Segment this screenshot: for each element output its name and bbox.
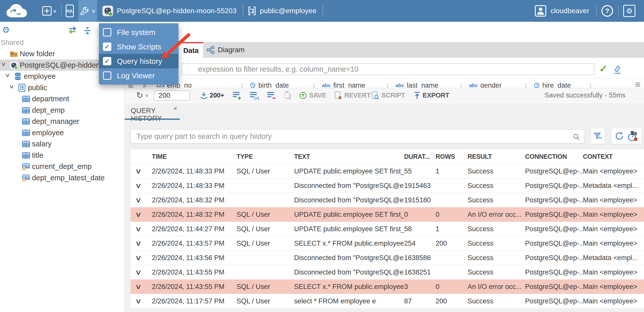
query-history-row[interactable]: ∨2/26/2024, 11:48:32 PMSQL / UserUPDATE … — [131, 207, 644, 222]
cell-type: SQL / User — [237, 225, 294, 233]
collapse-all-icon[interactable] — [83, 26, 92, 35]
duplicate-row-button[interactable]: (+) — [249, 88, 259, 103]
query-history-row[interactable]: ∨2/26/2024, 11:48:33 PMSQL / UserUPDATE … — [131, 164, 644, 178]
export-button[interactable]: EXPORT — [414, 88, 449, 103]
expand-chevron-icon[interactable]: ∨ — [131, 182, 156, 190]
expand-chevron-icon[interactable]: ∨ — [131, 268, 156, 276]
query-history-row[interactable]: ∨2/26/2024, 11:43:57 PMSQL / UserSELECT … — [131, 236, 644, 250]
cloudbeaver-logo[interactable] — [5, 3, 28, 18]
save-button[interactable]: SAVE — [299, 88, 326, 103]
add-row-button[interactable] — [232, 88, 242, 103]
tree-item-dept-emp-latest-date[interactable]: dept_emp_latest_date — [0, 172, 124, 184]
tree-item-current-dept-emp[interactable]: current_dept_emp — [0, 161, 124, 172]
sort-icon[interactable]: ↕ — [386, 82, 389, 88]
tree-item-salary[interactable]: salary — [0, 138, 124, 150]
apply-filter-check-icon[interactable]: ✓ — [599, 63, 608, 74]
dropdown-item-show-scripts[interactable]: ✓Show Scripts — [99, 40, 178, 54]
sort-icon[interactable]: ↕ — [460, 82, 463, 88]
chevron-down-icon[interactable]: ∨ — [1, 61, 6, 67]
query-history-tab[interactable]: QUERY HISTORY × — [125, 103, 180, 120]
navigator-settings-gear-icon[interactable]: ⚙ — [2, 25, 10, 35]
tree-item-department[interactable]: department — [0, 93, 124, 105]
user-menu[interactable]: cloudbeaver — [532, 0, 592, 22]
column-header-text[interactable]: TEXT — [294, 153, 404, 160]
checkbox-checked[interactable]: ✓ — [103, 43, 111, 51]
expand-chevron-icon[interactable]: ∨ — [131, 225, 156, 233]
dropdown-item-query-history[interactable]: ✓Query history — [99, 54, 178, 68]
query-history-row[interactable]: ∨2/26/2024, 11:43:55 PMDisconnected from… — [131, 265, 644, 279]
grid-column-gender[interactable]: abcgender↕ — [466, 78, 530, 88]
script-button[interactable]: SCRIPT — [371, 88, 405, 103]
checkbox-unchecked[interactable] — [103, 28, 111, 36]
fetch-more-button[interactable]: 200+ — [200, 88, 224, 103]
query-history-row[interactable]: ∨2/26/2024, 11:43:55 PMSQL / UserSELECT … — [131, 279, 644, 294]
tree-item-dept-manager[interactable]: dept_manager — [0, 116, 124, 127]
help-button[interactable]: ? — [598, 0, 616, 22]
sql-editor-button[interactable]: SQL — [63, 0, 76, 22]
query-history-table: TIMETYPETEXTDURAT...ROWSRESULTCONNECTION… — [131, 149, 644, 308]
column-visibility-icon[interactable]: ⊞ — [635, 81, 640, 88]
grid-column-hire_date[interactable]: hire_date↕ — [530, 78, 595, 88]
column-header-duration[interactable]: DURAT... — [404, 153, 436, 160]
schema-icon — [18, 84, 26, 92]
column-header-type[interactable]: TYPE — [237, 153, 294, 160]
expand-chevron-icon[interactable]: ∨ — [131, 283, 156, 291]
expand-chevron-icon[interactable]: ∨ — [131, 239, 156, 247]
result-filter-input[interactable] — [181, 63, 595, 75]
sort-icon[interactable]: ↕ — [524, 82, 528, 88]
refresh-icon[interactable] — [615, 131, 624, 141]
column-header-connection[interactable]: CONNECTION — [525, 153, 583, 160]
query-history-row[interactable]: ∨2/26/2024, 11:48:33 PMDisconnected from… — [131, 178, 644, 193]
delete-row-button[interactable] — [266, 88, 277, 103]
query-history-row[interactable]: ∨2/26/2024, 11:43:56 PMDisconnected from… — [131, 250, 644, 265]
checkbox-checked[interactable]: ✓ — [103, 57, 111, 65]
expand-chevron-icon[interactable]: ∨ — [131, 196, 156, 204]
expand-chevron-icon[interactable]: ∨ — [131, 167, 156, 175]
tree-item-title[interactable]: title — [0, 150, 124, 161]
expand-chevron-icon[interactable]: ∨ — [131, 254, 156, 262]
sort-icon[interactable]: ↕ — [313, 82, 316, 88]
query-history-filter-button[interactable] — [591, 128, 605, 144]
dropdown-item-log-viewer[interactable]: Log Viewer — [99, 68, 178, 83]
auto-refresh-timer[interactable]: 5s — [627, 130, 638, 142]
grid-column-first_name[interactable]: abcfirst_name↕ — [318, 78, 392, 88]
connection-selector[interactable]: PostgreSQL@ep-hidden-moon-55203 — [100, 0, 239, 22]
schema-selector[interactable]: public@employee — [245, 0, 319, 22]
column-header-context[interactable]: CONTEXT — [583, 153, 644, 160]
column-header-time[interactable]: TIME — [152, 153, 237, 160]
query-history-row[interactable]: ∨2/26/2024, 11:44:27 PMSQL / UserUPDATE … — [131, 222, 644, 236]
new-object-button[interactable]: ∨ — [40, 0, 59, 22]
divider — [596, 5, 597, 17]
column-header-result[interactable]: RESULT — [468, 153, 525, 160]
search-icon[interactable] — [573, 133, 580, 141]
query-history-row[interactable]: ∨2/26/2024, 11:17:57 PMSQL / Userselect … — [131, 294, 644, 308]
row-limit-input[interactable] — [154, 90, 190, 101]
query-history-row[interactable]: ∨2/26/2024, 11:48:32 PMDisconnected from… — [131, 193, 644, 207]
cell-text: SELECT x.* FROM public.employee x — [294, 283, 404, 291]
sync-connection-icon[interactable] — [67, 26, 78, 34]
chevron-down-icon[interactable]: ∨ — [9, 84, 14, 90]
sort-icon[interactable]: ↕ — [240, 82, 244, 88]
query-history-search-input[interactable] — [131, 130, 584, 143]
chevron-down-icon: ∨ — [52, 8, 57, 14]
tab-diagram[interactable]: Diagram — [203, 42, 251, 58]
expand-chevron-icon[interactable]: ∨ — [131, 210, 156, 219]
close-icon[interactable]: × — [173, 105, 177, 112]
duplicate-button-disabled[interactable] — [283, 88, 292, 103]
clear-filter-eraser-icon[interactable] — [613, 65, 622, 74]
settings-button[interactable]: ⚙ — [621, 0, 638, 22]
tab-data[interactable]: Data — [179, 42, 203, 58]
expand-chevron-icon[interactable]: ∨ — [131, 297, 156, 305]
tools-menu-button[interactable]: ∨ — [78, 0, 97, 22]
refresh-button[interactable]: ↻∨ — [136, 88, 148, 103]
chevron-down-icon[interactable]: ∨ — [5, 72, 10, 78]
grid-column-last_name[interactable]: abclast_name↕ — [392, 78, 466, 88]
column-header-rows[interactable]: ROWS — [436, 153, 468, 160]
checkbox-unchecked[interactable] — [103, 71, 111, 80]
tree-item-dept-emp[interactable]: dept_emp — [0, 105, 124, 116]
tree-item-employee[interactable]: employee — [0, 127, 124, 139]
grid-column-birth_date[interactable]: birth_date↕ — [246, 78, 318, 88]
dropdown-item-file-system[interactable]: File system — [99, 25, 178, 40]
sort-icon[interactable]: ↕ — [589, 82, 592, 88]
revert-button[interactable]: REVERT — [334, 88, 371, 103]
